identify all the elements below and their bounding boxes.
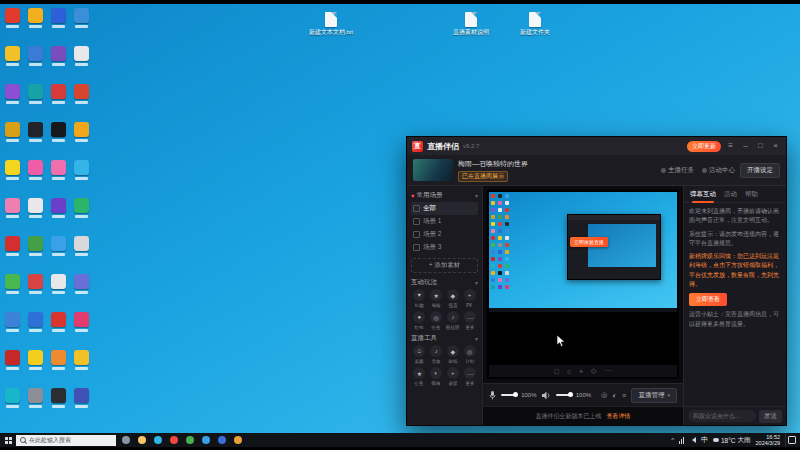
live-manage-button[interactable]: 直播管理 ▾: [631, 388, 677, 403]
desktop-app-icon[interactable]: [73, 84, 90, 121]
desktop-app-icon[interactable]: [27, 388, 44, 425]
desktop-file-icon[interactable]: 新建文件夹: [512, 12, 558, 36]
stream-preview[interactable]: 立即体验直播 □○+◇⋯: [487, 190, 679, 379]
panel-tab[interactable]: 活动: [724, 190, 737, 199]
desktop-app-icon[interactable]: [27, 350, 44, 387]
desktop-app-icon[interactable]: [73, 8, 90, 45]
menu-icon[interactable]: ≡: [725, 137, 736, 155]
send-button[interactable]: 发送: [759, 410, 782, 423]
desktop-app-icon[interactable]: [27, 198, 44, 235]
desktop-app-icon[interactable]: [50, 122, 67, 159]
desktop-app-icon[interactable]: [4, 236, 21, 273]
desktop-app-icon[interactable]: [50, 312, 67, 349]
tool-button[interactable]: ☺美颜: [411, 345, 428, 364]
desktop-app-icon[interactable]: [4, 8, 21, 45]
preview-tool-icon[interactable]: □: [555, 368, 559, 375]
desktop-app-icon[interactable]: [50, 198, 67, 235]
speaker-icon[interactable]: [542, 391, 551, 400]
desktop-app-icon[interactable]: [27, 312, 44, 349]
taskbar-edge-icon[interactable]: [152, 434, 164, 447]
weather-widget[interactable]: 18°C 大雨: [713, 436, 751, 445]
desktop-app-icon[interactable]: [4, 388, 21, 425]
interact-section-header[interactable]: 互动玩法 ▾: [411, 278, 478, 287]
panel-cta-button[interactable]: 立即查看: [689, 293, 727, 306]
microphone-icon[interactable]: [489, 391, 496, 400]
scene-list-item[interactable]: 全部: [411, 202, 478, 215]
preview-tool-icon[interactable]: ○: [567, 368, 571, 375]
tool-button[interactable]: +录屏: [445, 367, 462, 386]
taskbar-game-icon[interactable]: [232, 434, 244, 447]
tool-button[interactable]: ★福袋: [428, 289, 445, 308]
desktop-app-icon[interactable]: [27, 84, 44, 121]
volume-icon[interactable]: [689, 437, 696, 443]
scene-list-item[interactable]: 场景 3: [411, 241, 478, 254]
checkbox-icon[interactable]: [413, 218, 420, 225]
tool-button[interactable]: ★公告: [411, 367, 428, 386]
tool-button[interactable]: ◎计时: [461, 345, 478, 364]
tool-button[interactable]: ◆投票: [445, 289, 462, 308]
broadcast-settings-button[interactable]: 开播设定: [740, 163, 780, 178]
desktop-app-icon[interactable]: [27, 122, 44, 159]
scene-list-item[interactable]: 场景 1: [411, 215, 478, 228]
tool-button[interactable]: +PK: [461, 289, 478, 308]
window-titlebar[interactable]: 直 直播伴侣 v9.2.7 立即更新 ≡ – □ ×: [407, 137, 786, 155]
desktop-app-icon[interactable]: [4, 198, 21, 235]
action-center-button[interactable]: [785, 433, 798, 447]
tool-button[interactable]: ♪音效: [428, 345, 445, 364]
desktop-app-icon[interactable]: [50, 160, 67, 197]
add-source-button[interactable]: + 添加素材: [411, 258, 478, 273]
desktop-app-icon[interactable]: [4, 46, 21, 83]
ime-indicator[interactable]: 中: [701, 435, 708, 445]
desktop-app-icon[interactable]: [50, 274, 67, 311]
taskbar-chrome-icon[interactable]: [168, 434, 180, 447]
maximize-button[interactable]: □: [755, 137, 766, 155]
desktop-app-icon[interactable]: [73, 198, 90, 235]
desktop-file-icon[interactable]: 新建文本文档.txt: [308, 12, 354, 36]
desktop-app-icon[interactable]: [27, 8, 44, 45]
tool-button[interactable]: ●红包: [411, 311, 428, 330]
desktop-app-icon[interactable]: [4, 274, 21, 311]
desktop-app-icon[interactable]: [50, 8, 67, 45]
tools-section-header[interactable]: 直播工具 ▾: [411, 334, 478, 343]
desktop-app-icon[interactable]: [27, 46, 44, 83]
tool-button[interactable]: ♪粉丝团: [445, 311, 462, 330]
desktop-app-icon[interactable]: [50, 388, 67, 425]
desktop-app-icon[interactable]: [4, 160, 21, 197]
preview-tool-icon[interactable]: ◇: [591, 367, 596, 375]
preview-tool-icon[interactable]: ⋯: [604, 367, 611, 375]
taskbar-qq-icon[interactable]: [200, 434, 212, 447]
desktop-app-icon[interactable]: [27, 236, 44, 273]
checkbox-icon[interactable]: [413, 231, 420, 238]
preview-cta-button[interactable]: 立即体验直播: [570, 237, 608, 247]
tray-expand-icon[interactable]: ^: [671, 437, 674, 443]
tool-button[interactable]: ◎任务: [428, 311, 445, 330]
panel-tab[interactable]: 弹幕互动: [690, 190, 716, 199]
noise-reduction-icon[interactable]: ◎: [601, 391, 607, 399]
header-stat[interactable]: 活动中心: [702, 166, 735, 175]
taskbar-explorer-icon[interactable]: [136, 434, 148, 447]
panel-tab[interactable]: 帮助: [745, 190, 758, 199]
footer-link[interactable]: 查看详情: [607, 412, 631, 421]
tool-button[interactable]: ♥礼物: [411, 289, 428, 308]
tool-button[interactable]: ◐镜像: [428, 367, 445, 386]
tool-button[interactable]: ⋯更多: [461, 367, 478, 386]
desktop-app-icon[interactable]: [73, 122, 90, 159]
taskbar-store-icon[interactable]: [216, 434, 228, 447]
desktop-app-icon[interactable]: [50, 236, 67, 273]
mirror-icon[interactable]: ◐: [612, 392, 617, 399]
taskbar-task-view-icon[interactable]: [120, 434, 132, 447]
mic-volume-slider[interactable]: [501, 394, 516, 396]
desktop-file-icon[interactable]: 直播素材说明: [448, 12, 494, 36]
preview-tool-icon[interactable]: +: [579, 368, 583, 375]
taskbar-wechat-icon[interactable]: [184, 434, 196, 447]
desktop-app-icon[interactable]: [73, 236, 90, 273]
desktop-app-icon[interactable]: [27, 274, 44, 311]
scene-list-item[interactable]: 场景 2: [411, 228, 478, 241]
game-thumbnail[interactable]: [413, 159, 453, 181]
desktop-app-icon[interactable]: [73, 274, 90, 311]
desktop-app-icon[interactable]: [4, 122, 21, 159]
update-badge[interactable]: 立即更新: [687, 141, 721, 152]
speaker-volume-slider[interactable]: [556, 394, 571, 396]
tool-button[interactable]: ⋯更多: [461, 311, 478, 330]
desktop-app-icon[interactable]: [73, 350, 90, 387]
